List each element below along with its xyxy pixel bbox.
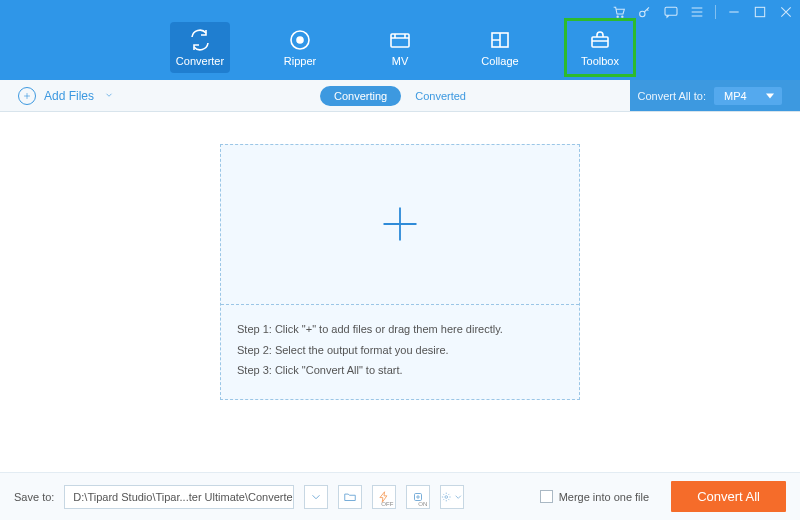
merge-label: Merge into one file [559,491,650,503]
tab-toolbox[interactable]: Toolbox [570,22,630,73]
header-bar: Converter Ripper MV Collage Toolbox [0,0,800,80]
gpu-on-button[interactable]: ON [406,485,430,509]
step-text: Step 2: Select the output format you des… [237,340,563,361]
output-format-select[interactable]: MP4 [714,87,782,105]
svg-rect-7 [391,34,409,47]
svg-point-2 [640,11,645,16]
add-files-label: Add Files [44,89,94,103]
titlebar-divider [715,5,716,19]
plus-icon [378,202,422,246]
chat-icon[interactable] [663,4,679,20]
sub-toolbar: Add Files Converting Converted Convert A… [0,80,800,112]
subtabs: Converting Converted [320,86,480,106]
convert-all-button[interactable]: Convert All [671,481,786,512]
gear-icon [441,490,452,504]
convert-all-to: Convert All to: MP4 [638,87,782,105]
folder-icon [343,490,357,504]
save-to-label: Save to: [14,491,54,503]
footer-bar: Save to: D:\Tipard Studio\Tipar...ter Ul… [0,472,800,520]
tab-ripper[interactable]: Ripper [270,22,330,73]
key-icon[interactable] [637,4,653,20]
titlebar-controls [611,4,794,20]
tab-label: MV [392,55,409,67]
svg-point-6 [297,37,303,43]
save-to-path-field[interactable]: D:\Tipard Studio\Tipar...ter Ultimate\Co… [64,485,294,509]
svg-rect-9 [592,37,608,47]
convert-all-label: Convert All to: [638,90,706,102]
tab-label: Collage [481,55,518,67]
subtab-converted[interactable]: Converted [401,86,480,106]
add-files-dropzone[interactable] [221,145,579,305]
tab-label: Ripper [284,55,316,67]
hamburger-icon[interactable] [689,4,705,20]
step-text: Step 3: Click "Convert All" to start. [237,360,563,381]
chevron-down-icon [453,490,464,504]
add-files-button[interactable]: Add Files [18,87,114,105]
tab-converter[interactable]: Converter [170,22,230,73]
step-text: Step 1: Click "+" to add files or drag t… [237,319,563,340]
ripper-icon [288,28,312,52]
main-area: Step 1: Click "+" to add files or drag t… [0,112,800,432]
lightning-off-button[interactable]: OFF [372,485,396,509]
toolbox-icon [588,28,612,52]
checkbox-icon [540,490,553,503]
maximize-icon[interactable] [752,4,768,20]
minimize-icon[interactable] [726,4,742,20]
chevron-down-icon [104,89,114,103]
dropzone: Step 1: Click "+" to add files or drag t… [220,144,580,401]
collage-icon [488,28,512,52]
merge-checkbox[interactable]: Merge into one file [540,490,650,503]
instruction-steps: Step 1: Click "+" to add files or drag t… [221,305,579,400]
close-icon[interactable] [778,4,794,20]
svg-point-12 [445,495,448,498]
svg-rect-3 [665,7,677,15]
tab-collage[interactable]: Collage [470,22,530,73]
converter-icon [188,28,212,52]
plus-circle-icon [18,87,36,105]
mv-icon [388,28,412,52]
tab-label: Toolbox [581,55,619,67]
open-folder-button[interactable] [338,485,362,509]
save-path-dropdown[interactable] [304,485,328,509]
svg-point-11 [417,495,419,497]
on-label: ON [418,501,427,507]
spacer [0,432,800,472]
tab-mv[interactable]: MV [370,22,430,73]
svg-rect-4 [755,7,764,16]
settings-button[interactable] [440,485,464,509]
svg-rect-10 [415,493,422,500]
tab-label: Converter [176,55,224,67]
subtab-converting[interactable]: Converting [320,86,401,106]
chevron-down-icon [309,490,323,504]
off-label: OFF [381,501,393,507]
